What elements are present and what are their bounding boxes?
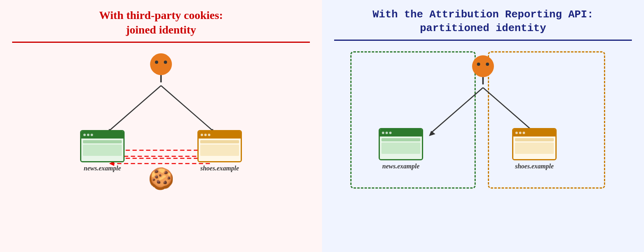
right-person-neck (482, 77, 484, 84)
right-divider (334, 40, 632, 41)
right-browser-shoes (512, 128, 557, 160)
right-panel: With the Attribution Reporting API: part… (322, 0, 644, 252)
rbrowser-block-2 (515, 143, 554, 154)
cookie-icon: 🍪 (148, 166, 174, 191)
left-person-neck (160, 75, 162, 82)
rbrowser-dot-6 (523, 132, 525, 134)
svg-line-0 (110, 86, 161, 130)
right-browser-news-content (380, 136, 422, 159)
right-title-line2: partitioned identity (420, 22, 546, 34)
left-browser-shoes-titlebar (199, 131, 241, 139)
right-person-head (472, 55, 494, 77)
left-browser-news (80, 130, 125, 162)
right-news-label: news.example (382, 163, 419, 170)
rbrowser-dot-3 (389, 132, 392, 134)
left-diagram: news.example shoes.example 🍪 (12, 49, 310, 211)
rbrowser-dot-2 (386, 132, 388, 134)
rbrowser-bar-1 (381, 138, 420, 141)
right-browser-news (379, 128, 423, 160)
left-person-head (150, 53, 172, 75)
rbrowser-dot-4 (515, 132, 518, 134)
left-person (150, 53, 172, 82)
left-browser-shoes-content (199, 139, 241, 161)
right-title: With the Attribution Reporting API: part… (373, 8, 593, 36)
left-browser-shoes (197, 130, 242, 162)
browser-dot-3 (91, 134, 93, 136)
left-news-label: news.example (84, 165, 121, 172)
browser-block-2 (200, 145, 239, 156)
browser-dot-1 (83, 134, 86, 136)
browser-block-1 (83, 145, 122, 156)
right-title-line1: With the Attribution Reporting API: (373, 8, 593, 21)
right-browser-shoes-content (513, 136, 555, 159)
rbrowser-block-1 (381, 143, 420, 154)
left-title: With third-party cookies: joined identit… (99, 8, 223, 38)
browser-bar-1 (83, 140, 122, 143)
browser-dot-6 (208, 134, 210, 136)
left-divider (12, 42, 310, 43)
left-browser-news-titlebar (81, 131, 123, 139)
right-person (472, 55, 494, 84)
left-title-line1: With third-party cookies: (99, 9, 223, 21)
left-browser-news-content (81, 139, 123, 161)
rbrowser-bar-2 (515, 138, 554, 141)
browser-bar-2 (200, 140, 239, 143)
svg-line-2 (161, 86, 212, 130)
left-title-line2: joined identity (126, 23, 196, 36)
right-browser-shoes-titlebar (513, 129, 555, 136)
rbrowser-dot-5 (519, 132, 521, 134)
left-panel: With third-party cookies: joined identit… (0, 0, 322, 252)
right-diagram: news.example shoes.example (334, 47, 632, 209)
browser-dot-5 (204, 134, 207, 136)
left-shoes-label: shoes.example (200, 165, 239, 172)
browser-dot-4 (201, 134, 203, 136)
rbrowser-dot-1 (382, 132, 384, 134)
right-shoes-label: shoes.example (515, 163, 554, 170)
browser-dot-2 (87, 134, 89, 136)
right-browser-news-titlebar (380, 129, 422, 136)
